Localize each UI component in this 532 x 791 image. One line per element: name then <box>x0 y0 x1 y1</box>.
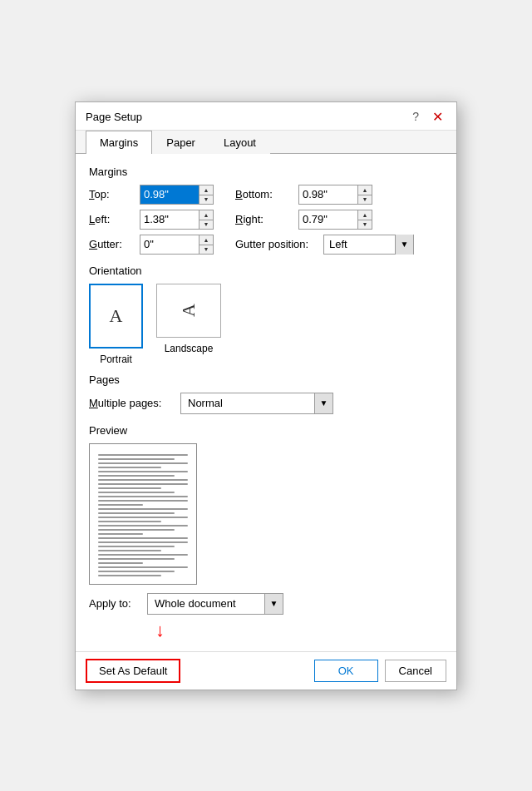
right-spin-down[interactable]: ▼ <box>358 220 372 229</box>
tab-layout[interactable]: Layout <box>209 131 270 154</box>
tab-content: Margins Top: ▲ ▼ Bottom: ▲ ▼ <box>76 154 456 651</box>
gutter-pos-label: Gutter position: <box>235 238 318 250</box>
preview-section: Preview <box>89 424 443 585</box>
right-buttons: OK Cancel <box>314 660 446 682</box>
arrow-indicator: ↓ <box>155 621 443 640</box>
margins-top-bottom-row: Top: ▲ ▼ Bottom: ▲ ▼ <box>89 185 443 205</box>
bottom-label: Bottom: <box>235 188 293 200</box>
landscape-label: Landscape <box>165 343 214 354</box>
dialog-title: Page Setup <box>86 111 142 123</box>
tab-margins[interactable]: Margins <box>86 131 152 154</box>
preview-line <box>98 475 175 477</box>
gutter-spin-buttons: ▲ ▼ <box>199 235 213 254</box>
bottom-buttons: Set As Default OK Cancel <box>76 651 456 690</box>
left-label: Left: <box>89 213 135 225</box>
gutter-row: Gutter: ▲ ▼ Gutter position: ▼ <box>89 235 443 255</box>
preview-line <box>98 533 143 535</box>
left-spin-group[interactable]: ▲ ▼ <box>140 210 214 230</box>
apply-to-arrow[interactable]: ▼ <box>264 594 283 614</box>
preview-line <box>98 479 188 481</box>
portrait-label: Portrait <box>100 353 132 365</box>
right-input[interactable] <box>299 210 357 229</box>
top-spin-group[interactable]: ▲ ▼ <box>140 185 214 205</box>
orientation-label: Orientation <box>89 264 443 277</box>
gutter-position-arrow[interactable]: ▼ <box>395 235 413 255</box>
preview-line <box>98 566 188 568</box>
preview-line <box>98 462 188 464</box>
preview-line <box>98 496 188 497</box>
preview-line <box>98 525 188 527</box>
preview-label: Preview <box>89 424 443 437</box>
gutter-spin-up[interactable]: ▲ <box>200 235 213 245</box>
gutter-position-input[interactable] <box>324 235 395 254</box>
title-bar: Page Setup ? ✕ <box>76 102 456 131</box>
left-spin-down[interactable]: ▼ <box>200 220 213 229</box>
multiple-pages-input[interactable] <box>181 393 314 413</box>
ok-button[interactable]: OK <box>314 660 378 682</box>
pages-label: Pages <box>89 373 443 386</box>
preview-line <box>98 483 188 485</box>
right-spin-buttons: ▲ ▼ <box>357 210 372 229</box>
apply-to-label: Apply to: <box>89 597 139 610</box>
multiple-pages-arrow[interactable]: ▼ <box>314 393 332 413</box>
preview-line <box>98 558 175 560</box>
preview-box <box>89 443 443 585</box>
preview-line <box>98 458 175 460</box>
apply-to-input[interactable] <box>148 594 264 614</box>
top-label: Top: <box>89 188 135 200</box>
gutter-position-group[interactable]: ▼ <box>323 235 414 255</box>
preview-line <box>98 492 175 493</box>
preview-line <box>98 521 161 522</box>
preview-line <box>98 554 188 556</box>
orientation-options: A Portrait A Landscape <box>89 284 443 365</box>
bottom-spin-up[interactable]: ▲ <box>358 185 372 195</box>
help-button[interactable]: ? <box>409 110 422 123</box>
gutter-spin-group[interactable]: ▲ ▼ <box>140 235 214 255</box>
tabs-bar: Margins Paper Layout <box>76 131 456 154</box>
gutter-spin-down[interactable]: ▼ <box>200 245 213 254</box>
top-input[interactable] <box>140 185 199 204</box>
right-spin-up[interactable]: ▲ <box>358 210 372 220</box>
preview-line <box>98 537 188 539</box>
bottom-spin-down[interactable]: ▼ <box>358 195 372 204</box>
margins-section-label: Margins <box>89 166 443 178</box>
preview-line <box>98 541 188 543</box>
cancel-button[interactable]: Cancel <box>385 660 446 682</box>
multiple-pages-label: Multiple pages: <box>89 397 172 409</box>
right-spin-group[interactable]: ▲ ▼ <box>298 210 372 230</box>
landscape-box[interactable]: A <box>156 284 221 338</box>
pages-section: Pages Multiple pages: ▼ <box>89 373 443 414</box>
page-setup-dialog: Page Setup ? ✕ Margins Paper Layout Marg… <box>75 101 457 690</box>
landscape-option[interactable]: A Landscape <box>156 284 221 365</box>
preview-line <box>98 529 175 531</box>
landscape-icon: A <box>178 304 200 317</box>
gutter-input[interactable] <box>140 235 199 254</box>
left-input[interactable] <box>140 210 199 229</box>
set-as-default-button[interactable]: Set As Default <box>86 659 180 683</box>
preview-line <box>98 517 188 518</box>
document-preview <box>89 443 197 585</box>
right-label: Right: <box>235 213 293 225</box>
top-spin-down[interactable]: ▼ <box>200 195 213 204</box>
preview-line <box>98 504 143 506</box>
top-spin-up[interactable]: ▲ <box>200 185 213 195</box>
preview-line <box>98 500 188 502</box>
bottom-input[interactable] <box>299 185 357 204</box>
portrait-icon: A <box>110 305 123 327</box>
multiple-pages-group[interactable]: ▼ <box>180 393 333 414</box>
preview-line <box>98 471 188 472</box>
preview-line <box>98 508 188 510</box>
bottom-spin-group[interactable]: ▲ ▼ <box>298 185 372 205</box>
bottom-spin-buttons: ▲ ▼ <box>357 185 372 204</box>
preview-line <box>98 546 175 547</box>
preview-line <box>98 467 161 468</box>
portrait-option[interactable]: A Portrait <box>89 284 143 365</box>
apply-to-group[interactable]: ▼ <box>147 593 283 615</box>
preview-line <box>98 487 161 489</box>
preview-line <box>98 575 161 576</box>
tab-paper[interactable]: Paper <box>152 131 209 154</box>
preview-line <box>98 454 188 456</box>
portrait-box[interactable]: A <box>89 284 143 349</box>
close-button[interactable]: ✕ <box>429 109 446 125</box>
left-spin-up[interactable]: ▲ <box>200 210 213 220</box>
